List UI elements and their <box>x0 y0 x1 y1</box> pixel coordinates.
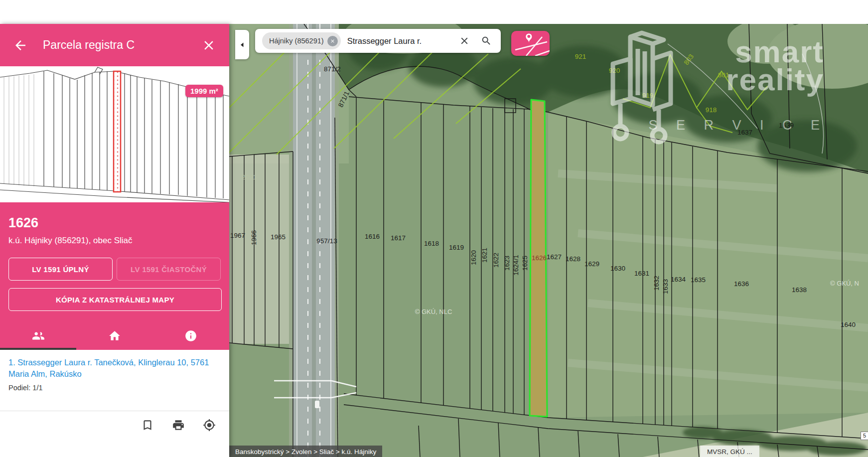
parcel-label: 871/2 <box>324 65 341 73</box>
parcel-label: 1632 <box>653 276 660 291</box>
bookmark-button[interactable] <box>141 419 154 434</box>
owner-link[interactable]: 1. Strassegger Laura r. Tanečková, Kling… <box>8 357 218 380</box>
lv-full-button[interactable]: LV 1591 ÚPLNÝ <box>8 258 113 281</box>
chip-label: Hájniky (856291) <box>269 37 324 45</box>
map-container: 196719661965957/131616161716181619162016… <box>229 24 868 457</box>
sidebar-header: Parcela registra C <box>0 24 229 66</box>
app-screen: 196719661965957/131616161716181619162016… <box>0 0 868 457</box>
close-icon <box>201 38 216 53</box>
parcel-label: 1621 <box>481 248 488 263</box>
close-panel-button[interactable] <box>201 38 216 53</box>
sidebar-collapse-tab[interactable] <box>235 30 249 59</box>
search-input[interactable]: Strassegger Laura r. <box>347 36 422 46</box>
parcel-label: 1967 <box>230 232 245 239</box>
parcel-info-panel: 1626 k.ú. Hájniky (856291), obec Sliač L… <box>0 202 229 350</box>
print-button[interactable] <box>172 419 185 434</box>
parcel-label: 2021 <box>242 173 257 181</box>
search-button[interactable] <box>479 33 494 48</box>
parcel-label: 921 <box>575 53 586 60</box>
parcel-label: 1965 <box>271 233 286 241</box>
parcel-label: 1631 <box>634 270 649 277</box>
parcel-label: 1634 <box>671 276 686 283</box>
info-tabs <box>0 322 229 350</box>
lv-button-row: LV 1591 ÚPLNÝ LV 1591 ČIASTOČNÝ <box>8 258 221 281</box>
parcel-label: 1620 <box>470 250 477 265</box>
map-style-icon <box>511 31 550 56</box>
my-location-icon <box>203 419 216 432</box>
owner-section: 1. Strassegger Laura r. Tanečková, Kling… <box>0 350 229 411</box>
parcel-label: 918 <box>706 106 717 114</box>
tab-buildings[interactable] <box>76 322 152 350</box>
people-icon <box>32 329 45 342</box>
sidebar-title: Parcela registra C <box>43 38 201 52</box>
search-filter-chip[interactable]: Hájniky (856291) <box>262 32 341 49</box>
sidebar-bottom-bar <box>0 411 229 457</box>
bookmark-icon <box>141 419 154 432</box>
cadastral-preview[interactable]: 1999 m² <box>0 66 229 202</box>
parcel-label: 957/13 <box>316 237 337 245</box>
arrow-back-icon <box>13 38 28 53</box>
tab-owners[interactable] <box>0 322 76 350</box>
parcel-label: 1617 <box>391 234 406 242</box>
map-pale-strips <box>229 154 293 344</box>
parcel-label: 1628 <box>566 255 580 263</box>
info-icon <box>184 329 197 342</box>
chip-remove-icon[interactable] <box>327 36 338 46</box>
map-canvas[interactable]: 196719661965957/131616161716181619162016… <box>229 24 868 457</box>
road-median <box>312 24 316 457</box>
copy-cadastral-map-button[interactable]: KÓPIA Z KATASTRÁLNEJ MAPY <box>8 288 222 311</box>
parcel-label: © GKÚ, NLC <box>415 308 452 315</box>
preview-highlighted-parcel <box>114 71 121 192</box>
area-badge: 1999 m² <box>185 85 223 97</box>
parcel-label: 1966 <box>250 230 258 245</box>
parcel-subtitle: k.ú. Hájniky (856291), obec Sliač <box>8 236 221 246</box>
parcel-label: 1636 <box>734 280 749 288</box>
parcel-label: 1618 <box>424 240 439 247</box>
active-tab-indicator <box>0 348 76 350</box>
parcel-label: 1633 <box>662 279 669 294</box>
chevron-left-icon <box>239 42 245 48</box>
parcel-label: 1622 <box>492 253 500 268</box>
parcel-number: 1626 <box>8 215 221 231</box>
parcel-label: 1629 <box>584 260 599 268</box>
parcel-label: © GKÚ, N <box>830 280 859 287</box>
search-bar[interactable]: Hájniky (856291) Strassegger Laura r. <box>255 29 501 53</box>
parcel-label: 801 <box>718 71 729 79</box>
parcel-label: 1630 <box>610 265 625 272</box>
map-style-button[interactable] <box>511 31 550 56</box>
back-button[interactable] <box>13 38 28 53</box>
breadcrumb[interactable]: Banskobystrický > Zvolen > Sliač > k.ú. … <box>229 446 382 457</box>
parcel-label: 1624/1 <box>512 255 520 275</box>
home-icon <box>108 329 121 342</box>
map-attribution: MVSR, GKÚ ... <box>700 446 759 457</box>
car <box>315 401 319 408</box>
parcel-label: 1623 <box>503 256 511 271</box>
scale-indicator: 5 <box>861 432 868 440</box>
parcel-sidebar: Parcela registra C <box>0 24 229 457</box>
lv-partial-button: LV 1591 ČIASTOČNÝ <box>117 258 221 281</box>
parcel-label: 1625 <box>521 256 529 271</box>
owner-share: Podiel: 1/1 <box>8 384 221 392</box>
parcel-label: 1640 <box>841 321 856 328</box>
tab-details[interactable] <box>153 322 229 350</box>
clear-search-button[interactable] <box>457 33 472 48</box>
parcel-label: 1638 <box>792 286 807 294</box>
parcel-label: 1619 <box>449 244 464 251</box>
print-icon <box>172 419 185 432</box>
parcel-label: 1639 <box>779 122 794 129</box>
parcel-label: 1626 <box>532 254 547 262</box>
parcel-label: 1635 <box>691 276 706 284</box>
parcel-label: 1627 <box>547 253 562 261</box>
search-icon <box>481 35 492 46</box>
parcel-label: 1616 <box>365 233 380 240</box>
parcel-label: 920 <box>609 67 620 74</box>
parcel-label: 919 <box>642 92 654 99</box>
parcel-label: 1637 <box>737 129 752 136</box>
close-icon <box>459 35 470 46</box>
my-location-button[interactable] <box>203 419 216 434</box>
